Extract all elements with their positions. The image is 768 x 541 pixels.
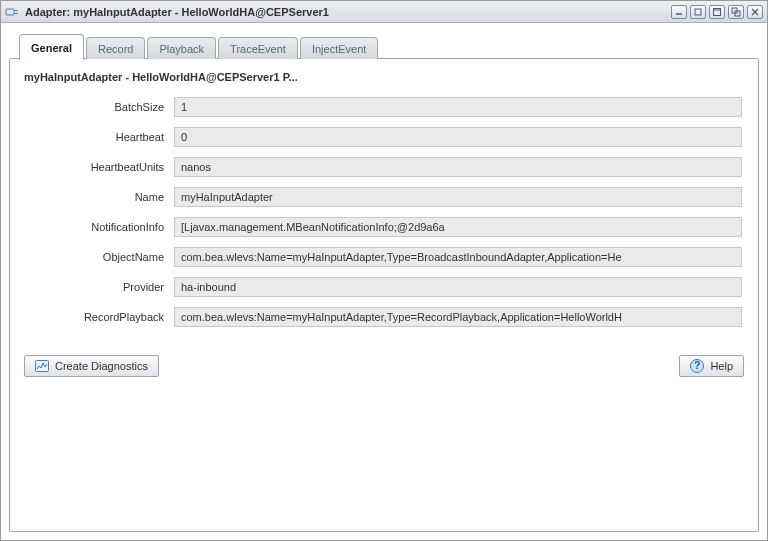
tab-record[interactable]: Record — [86, 37, 145, 59]
tab-label: InjectEvent — [312, 43, 366, 55]
property-value: 0 — [174, 127, 742, 147]
property-label: BatchSize — [26, 101, 174, 113]
property-label: Heartbeat — [26, 131, 174, 143]
tab-playback[interactable]: Playback — [147, 37, 216, 59]
property-row-objectname: ObjectName com.bea.wlevs:Name=myHaInputA… — [26, 247, 742, 267]
properties-form: BatchSize 1 Heartbeat 0 HeartbeatUnits n… — [22, 97, 746, 337]
close-button[interactable] — [747, 5, 763, 19]
button-label: Help — [710, 360, 733, 372]
property-row-batchsize: BatchSize 1 — [26, 97, 742, 117]
panel-heading: myHaInputAdapter - HelloWorldHA@CEPServe… — [24, 71, 746, 83]
tab-label: TraceEvent — [230, 43, 286, 55]
window-title: Adapter: myHaInputAdapter - HelloWorldHA… — [25, 6, 329, 18]
tab-traceevent[interactable]: TraceEvent — [218, 37, 298, 59]
help-icon: ? — [690, 359, 704, 373]
svg-rect-0 — [6, 9, 14, 15]
property-value: nanos — [174, 157, 742, 177]
property-row-notificationinfo: NotificationInfo [Ljavax.management.MBea… — [26, 217, 742, 237]
property-value: com.bea.wlevs:Name=myHaInputAdapter,Type… — [174, 247, 742, 267]
property-row-heartbeatunits: HeartbeatUnits nanos — [26, 157, 742, 177]
adapter-window: Adapter: myHaInputAdapter - HelloWorldHA… — [0, 0, 768, 541]
window-controls — [671, 5, 763, 19]
property-label: ObjectName — [26, 251, 174, 263]
property-value: [Ljavax.management.MBeanNotificationInfo… — [174, 217, 742, 237]
restore-button[interactable] — [690, 5, 706, 19]
property-label: RecordPlayback — [26, 311, 174, 323]
property-value: ha-inbound — [174, 277, 742, 297]
property-value: 1 — [174, 97, 742, 117]
property-row-recordplayback: RecordPlayback com.bea.wlevs:Name=myHaIn… — [26, 307, 742, 327]
maximize-button[interactable] — [709, 5, 725, 19]
content-area: General Record Playback TraceEvent Injec… — [1, 23, 767, 540]
adapter-icon — [5, 5, 19, 19]
minimize-button[interactable] — [671, 5, 687, 19]
property-row-provider: Provider ha-inbound — [26, 277, 742, 297]
tab-label: Record — [98, 43, 133, 55]
property-row-heartbeat: Heartbeat 0 — [26, 127, 742, 147]
property-label: Name — [26, 191, 174, 203]
tabstrip: General Record Playback TraceEvent Injec… — [9, 31, 759, 59]
titlebar: Adapter: myHaInputAdapter - HelloWorldHA… — [1, 1, 767, 23]
panel-footer: Create Diagnostics ? Help — [22, 355, 746, 377]
property-label: NotificationInfo — [26, 221, 174, 233]
property-label: HeartbeatUnits — [26, 161, 174, 173]
tab-label: General — [31, 42, 72, 54]
property-value: myHaInputAdapter — [174, 187, 742, 207]
cascade-button[interactable] — [728, 5, 744, 19]
create-diagnostics-button[interactable]: Create Diagnostics — [24, 355, 159, 377]
property-row-name: Name myHaInputAdapter — [26, 187, 742, 207]
tab-label: Playback — [159, 43, 204, 55]
tab-panel-general: myHaInputAdapter - HelloWorldHA@CEPServe… — [9, 58, 759, 532]
svg-rect-4 — [695, 9, 701, 15]
diagnostics-icon — [35, 360, 49, 372]
help-button[interactable]: ? Help — [679, 355, 744, 377]
tab-general[interactable]: General — [19, 34, 84, 60]
property-value: com.bea.wlevs:Name=myHaInputAdapter,Type… — [174, 307, 742, 327]
tab-injectevent[interactable]: InjectEvent — [300, 37, 378, 59]
button-label: Create Diagnostics — [55, 360, 148, 372]
property-label: Provider — [26, 281, 174, 293]
